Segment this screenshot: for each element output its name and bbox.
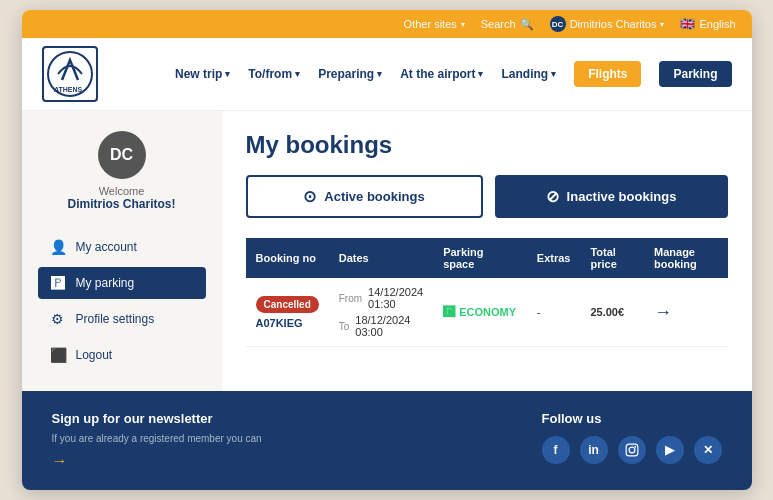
newsletter-description: If you are already a registered member y… (52, 432, 262, 446)
parking-type-icon: 🅿 (443, 305, 455, 319)
chevron-icon: ▾ (225, 69, 230, 79)
cell-manage: → (644, 278, 727, 347)
to-label: To (339, 321, 350, 332)
cell-extras: - (527, 278, 581, 347)
to-date: 18/12/2024 03:00 (355, 314, 410, 338)
browser-window: Other sites ▾ Search 🔍 DC Dimitrios Char… (22, 10, 752, 490)
logo-icon: ATHENS (46, 50, 94, 98)
sidebar-item-my-parking[interactable]: 🅿 My parking (38, 267, 206, 299)
sidebar-menu: 👤 My account 🅿 My parking ⚙ Profile sett… (38, 231, 206, 371)
sidebar-profile-settings-label: Profile settings (76, 312, 155, 326)
table-body: Cancelled A07KIEG From 14/12/2024 01:30 (246, 278, 728, 347)
linkedin-icon[interactable]: in (580, 436, 608, 464)
user-profile-area: DC Welcome Dimitrios Charitos! (38, 131, 206, 211)
search-label: Search (481, 18, 516, 30)
col-extras: Extras (527, 238, 581, 278)
flag-icon: 🇬🇧 (680, 17, 695, 31)
sidebar: DC Welcome Dimitrios Charitos! 👤 My acco… (22, 111, 222, 391)
nav-preparing[interactable]: Preparing ▾ (318, 67, 382, 81)
booking-tabs: ⊙ Active bookings ⊘ Inactive bookings (246, 175, 728, 218)
search-button[interactable]: Search 🔍 (481, 18, 534, 31)
newsletter-arrow-icon[interactable]: → (52, 452, 68, 470)
newsletter-section: Sign up for our newsletter If you are al… (52, 411, 262, 470)
welcome-label: Welcome (99, 185, 145, 197)
nav-preparing-label: Preparing (318, 67, 374, 81)
nav-landing-label: Landing (501, 67, 548, 81)
language-selector[interactable]: 🇬🇧 English (680, 17, 735, 31)
sidebar-item-my-account[interactable]: 👤 My account (38, 231, 206, 263)
nav-at-airport-label: At the airport (400, 67, 475, 81)
tab-active-bookings[interactable]: ⊙ Active bookings (246, 175, 483, 218)
logo-area: ATHENS (42, 46, 98, 102)
nav-new-trip[interactable]: New trip ▾ (175, 67, 230, 81)
col-dates: Dates (329, 238, 433, 278)
svg-rect-2 (626, 444, 638, 456)
sidebar-item-logout[interactable]: ⬛ Logout (38, 339, 206, 371)
booking-number: A07KIEG (256, 317, 319, 329)
nav-at-airport[interactable]: At the airport ▾ (400, 67, 483, 81)
twitter-x-icon[interactable]: ✕ (694, 436, 722, 464)
col-total-price: Total price (580, 238, 644, 278)
main-content: DC Welcome Dimitrios Charitos! 👤 My acco… (22, 111, 752, 391)
top-bar: Other sites ▾ Search 🔍 DC Dimitrios Char… (22, 10, 752, 38)
avatar: DC (98, 131, 146, 179)
language-label: English (699, 18, 735, 30)
facebook-icon[interactable]: f (542, 436, 570, 464)
table-header: Booking no Dates Parking space Extras To… (246, 238, 728, 278)
follow-title: Follow us (542, 411, 602, 426)
social-icons: f in ▶ ✕ (542, 436, 722, 464)
flights-button[interactable]: Flights (574, 61, 641, 87)
status-badge: Cancelled (256, 296, 319, 313)
col-booking-no: Booking no (246, 238, 329, 278)
user-menu[interactable]: DC Dimitrios Charitos ▾ (550, 16, 665, 32)
youtube-icon[interactable]: ▶ (656, 436, 684, 464)
cell-dates: From 14/12/2024 01:30 To 18/12/2024 (329, 278, 433, 347)
tab-inactive-label: Inactive bookings (567, 189, 677, 204)
sidebar-item-profile-settings[interactable]: ⚙ Profile settings (38, 303, 206, 335)
cell-parking-space: 🅿 ECONOMY (433, 278, 527, 347)
sidebar-logout-label: Logout (76, 348, 113, 362)
user-badge: DC (550, 16, 566, 32)
parking-type-label: ECONOMY (459, 306, 516, 318)
col-manage-booking: Manage booking (644, 238, 727, 278)
svg-point-3 (629, 447, 635, 453)
content-area: My bookings ⊙ Active bookings ⊘ Inactive… (222, 111, 752, 391)
sidebar-my-parking-label: My parking (76, 276, 135, 290)
sidebar-my-account-label: My account (76, 240, 137, 254)
nav-to-from[interactable]: To/from ▾ (248, 67, 300, 81)
page-title: My bookings (246, 131, 728, 159)
main-nav: New trip ▾ To/from ▾ Preparing ▾ At the … (175, 61, 732, 87)
other-sites-menu[interactable]: Other sites ▾ (404, 18, 465, 30)
col-parking-space: Parking space (433, 238, 527, 278)
chevron-icon: ▾ (295, 69, 300, 79)
nav-new-trip-label: New trip (175, 67, 222, 81)
newsletter-title: Sign up for our newsletter (52, 411, 262, 426)
nav-landing[interactable]: Landing ▾ (501, 67, 556, 81)
inactive-tab-icon: ⊘ (546, 187, 559, 206)
chevron-icon: ▾ (551, 69, 556, 79)
search-icon: 🔍 (520, 18, 534, 31)
other-sites-label: Other sites (404, 18, 457, 30)
exit-icon: ⬛ (50, 347, 66, 363)
parking-icon: 🅿 (50, 275, 66, 291)
header-nav: ATHENS New trip ▾ To/from ▾ Preparing ▾ … (22, 38, 752, 111)
user-name-label: Dimitrios Charitos (570, 18, 657, 30)
table-row: Cancelled A07KIEG From 14/12/2024 01:30 (246, 278, 728, 347)
active-tab-icon: ⊙ (303, 187, 316, 206)
from-label: From (339, 293, 362, 304)
chevron-icon: ▾ (478, 69, 483, 79)
parking-button[interactable]: Parking (659, 61, 731, 87)
manage-booking-button[interactable]: → (654, 302, 672, 323)
follow-section: Follow us f in ▶ ✕ (542, 411, 722, 464)
svg-text:ATHENS: ATHENS (54, 86, 83, 93)
nav-to-from-label: To/from (248, 67, 292, 81)
tab-inactive-bookings[interactable]: ⊘ Inactive bookings (495, 175, 728, 218)
logo-box: ATHENS (42, 46, 98, 102)
instagram-icon[interactable] (618, 436, 646, 464)
chevron-down-icon: ▾ (461, 20, 465, 29)
footer: Sign up for our newsletter If you are al… (22, 391, 752, 490)
chevron-icon: ▾ (377, 69, 382, 79)
cell-total-price: 25.00€ (580, 278, 644, 347)
bookings-table: Booking no Dates Parking space Extras To… (246, 238, 728, 347)
gear-icon: ⚙ (50, 311, 66, 327)
